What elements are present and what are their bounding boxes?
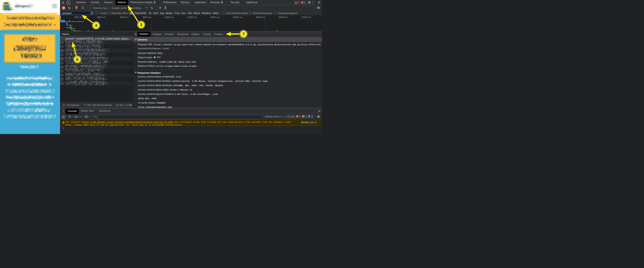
- svg-text:7: 7: [242, 32, 244, 36]
